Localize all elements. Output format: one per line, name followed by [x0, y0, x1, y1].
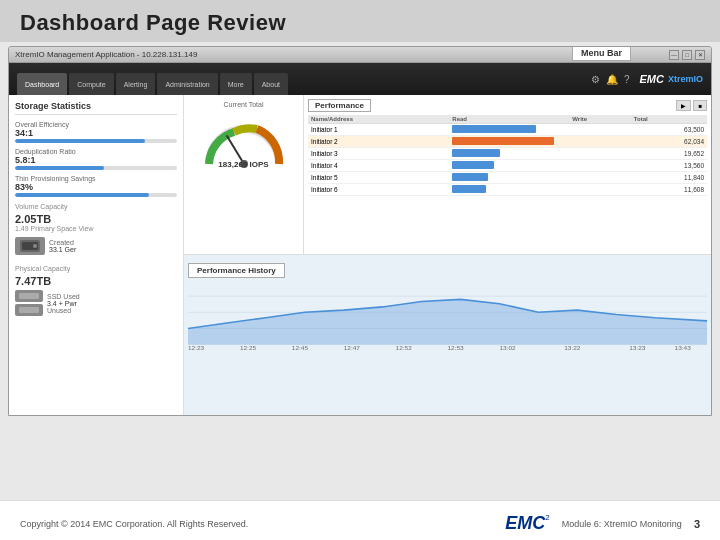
performance-title-box: Performance — [308, 99, 371, 112]
physical-sub1: SSD Used — [47, 293, 80, 300]
svg-text:12:47: 12:47 — [344, 345, 361, 350]
right-panel: Current Total — [184, 95, 711, 416]
svg-text:12:53: 12:53 — [448, 345, 465, 350]
main-content: XtremIO Management Application - 10.228.… — [0, 42, 720, 500]
table-row: Initiator 2 62,034 — [308, 136, 707, 148]
col-write: Write — [569, 115, 631, 124]
dedup-value: 5.8:1 — [15, 155, 177, 165]
filter-btn-1[interactable]: ▶ — [676, 100, 691, 111]
browser-window-controls: — □ ✕ — [669, 50, 705, 60]
physical-capacity-section: Physical Capacity 7.47TB — [15, 265, 177, 316]
copyright-text: Copyright © 2014 EMC Corporation. All Ri… — [20, 519, 248, 529]
minimize-button[interactable]: — — [669, 50, 679, 60]
footer-emc-text: EMC — [505, 513, 545, 534]
tab-alerting[interactable]: Alerting — [116, 73, 156, 95]
dedup-bar-fill — [15, 166, 104, 170]
footer-emc-sup: 2 — [545, 513, 549, 522]
slide-title: Dashboard Page Review — [0, 0, 720, 42]
svg-text:13:22: 13:22 — [564, 345, 581, 350]
thin-prov-value: 83% — [15, 182, 177, 192]
slide-title-text: Dashboard Page Review — [20, 10, 286, 35]
svg-text:12:25: 12:25 — [240, 345, 257, 350]
volume-allocated-label: Created 33.1 Ger — [49, 239, 76, 253]
svg-text:13:43: 13:43 — [675, 345, 692, 350]
overall-efficiency-bar-fill — [15, 139, 145, 143]
browser-window: XtremIO Management Application - 10.228.… — [8, 46, 712, 416]
col-total: Total — [631, 115, 707, 124]
gauge-value: 183,269 IOPS — [218, 160, 268, 169]
performance-table-area: Performance ▶ ■ Name/Address — [304, 95, 711, 254]
table-row: Initiator 1 63,500 — [308, 124, 707, 136]
tab-more[interactable]: More — [220, 73, 252, 95]
nav-tabs: Dashboard Compute Alerting Administratio… — [17, 63, 288, 95]
gauge-container: 183,269 IOPS — [199, 114, 289, 169]
emc-logo: EMC XtremIO — [640, 73, 703, 85]
overall-efficiency-row: Overall Efficiency 34:1 — [15, 121, 177, 143]
svg-text:13:02: 13:02 — [499, 345, 516, 350]
bell-icon[interactable]: 🔔 — [606, 74, 618, 85]
tab-compute[interactable]: Compute — [69, 73, 113, 95]
footer-right: EMC 2 Module 6: XtremIO Monitoring 3 — [505, 513, 700, 534]
tab-about[interactable]: About — [254, 73, 288, 95]
thin-provisioning-row: Thin Provisioning Savings 83% — [15, 175, 177, 197]
xtremio-text: XtremIO — [668, 74, 703, 84]
close-button[interactable]: ✕ — [695, 50, 705, 60]
volume-sub: 1.49 Primary Space View — [15, 225, 177, 232]
svg-text:12:23: 12:23 — [188, 345, 205, 350]
performance-history-title: Performance History — [188, 263, 285, 278]
header-icons: ⚙ 🔔 ? — [591, 74, 630, 85]
help-icon[interactable]: ? — [624, 74, 630, 85]
slide-footer: Copyright © 2014 EMC Corporation. All Ri… — [0, 500, 720, 540]
tab-dashboard[interactable]: Dashboard — [17, 73, 67, 95]
menu-bar-label: Menu Bar — [572, 46, 631, 61]
svg-text:12:45: 12:45 — [292, 345, 309, 350]
table-row: Initiator 4 13,560 — [308, 160, 707, 172]
volume-value: 2.05TB — [15, 213, 177, 225]
physical-sub2: Unused — [47, 307, 80, 314]
history-chart: 12:23 12:25 12:45 12:47 12:52 12:53 13:0… — [188, 280, 707, 350]
svg-text:13:23: 13:23 — [629, 345, 646, 350]
svg-point-2 — [33, 244, 37, 248]
performance-table: Name/Address Read Write Total Initiator … — [308, 115, 707, 196]
footer-emc-logo: EMC 2 — [505, 513, 549, 534]
overall-efficiency-bar — [15, 139, 177, 143]
tab-administration[interactable]: Administration — [157, 73, 217, 95]
footer-page: 3 — [694, 518, 700, 530]
filter-btn-2[interactable]: ■ — [693, 100, 707, 111]
emc-header: Dashboard Compute Alerting Administratio… — [9, 63, 711, 95]
slide-container: Dashboard Page Review XtremIO Management… — [0, 0, 720, 540]
thin-prov-label: Thin Provisioning Savings — [15, 175, 177, 182]
emc-logo-text: EMC — [640, 73, 664, 85]
footer-module: Module 6: XtremIO Monitoring — [562, 519, 682, 529]
table-row: Initiator 6 11,608 — [308, 184, 707, 196]
dedup-bar — [15, 166, 177, 170]
col-name: Name/Address — [308, 115, 449, 124]
overall-efficiency-label: Overall Efficiency — [15, 121, 177, 128]
gear-icon[interactable]: ⚙ — [591, 74, 600, 85]
thin-prov-bar — [15, 193, 177, 197]
gauge-area: Current Total — [184, 95, 304, 254]
table-row: Initiator 5 11,840 — [308, 172, 707, 184]
dedup-label: Deduplication Ratio — [15, 148, 177, 155]
dashboard-area: Storage Statistics Overall Efficiency 34… — [9, 95, 711, 416]
overall-efficiency-value: 34:1 — [15, 128, 177, 138]
volume-capacity-section: Volume Capacity 2.05TB 1.49 Primary Spac… — [15, 203, 177, 257]
dedup-ratio-row: Deduplication Ratio 5.8:1 — [15, 148, 177, 170]
performance-section-title: Performance ▶ ■ — [308, 99, 707, 112]
svg-text:12:52: 12:52 — [396, 345, 413, 350]
performance-history-area: Performance History 12: — [184, 255, 711, 416]
physical-label: Physical Capacity — [15, 265, 177, 272]
thin-prov-bar-fill — [15, 193, 149, 197]
storage-statistics-title: Storage Statistics — [15, 101, 177, 115]
col-read: Read — [449, 115, 569, 124]
filter-buttons: ▶ ■ — [676, 100, 707, 111]
volume-label: Volume Capacity — [15, 203, 177, 210]
maximize-button[interactable]: □ — [682, 50, 692, 60]
current-label: Current Total — [224, 101, 264, 108]
performance-area: Current Total — [184, 95, 711, 255]
table-row: Initiator 3 19,652 — [308, 148, 707, 160]
storage-statistics-panel: Storage Statistics Overall Efficiency 34… — [9, 95, 184, 416]
browser-title-text: XtremIO Management Application - 10.228.… — [15, 50, 197, 59]
drive-icon — [15, 237, 45, 255]
physical-value: 7.47TB — [15, 275, 177, 287]
